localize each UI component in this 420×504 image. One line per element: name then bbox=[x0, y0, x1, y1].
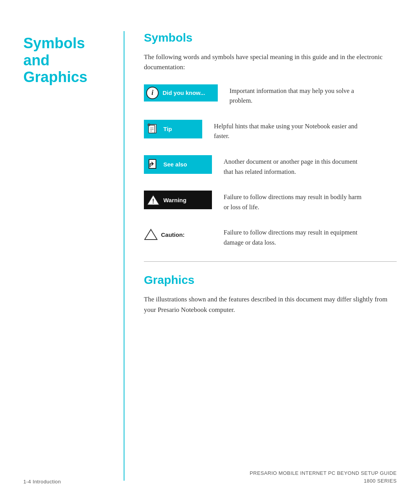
symbols-section-title: Symbols bbox=[144, 31, 397, 44]
graphics-intro-text: The illustrations shown and the features… bbox=[144, 294, 397, 315]
tip-icon bbox=[146, 122, 160, 136]
symbol-badge-caution: Caution: bbox=[144, 226, 212, 243]
badge-didyouknow-label: Did you know... bbox=[163, 89, 205, 96]
symbol-badge-tip: Tip bbox=[144, 120, 202, 138]
symbol-row-seealso: See also Another document or another pag… bbox=[144, 155, 397, 177]
badge-warning: ! Warning bbox=[144, 191, 212, 209]
symbol-description-caution: Failure to follow directions may result … bbox=[224, 226, 368, 247]
badge-didyouknow: i Did you know... bbox=[144, 84, 218, 102]
badge-seealso: See also bbox=[144, 155, 212, 174]
symbol-badge-warning: ! Warning bbox=[144, 191, 212, 209]
svg-point-2 bbox=[148, 124, 150, 126]
symbol-description-tip: Helpful hints that make using your Noteb… bbox=[214, 120, 358, 141]
sidebar-title: Symbols and Graphics bbox=[23, 35, 112, 86]
symbols-intro-text: The following words and symbols have spe… bbox=[144, 52, 397, 73]
graphics-section-title: Graphics bbox=[144, 273, 397, 287]
badge-caution: Caution: bbox=[144, 226, 212, 243]
sidebar-title-line2: Graphics bbox=[23, 69, 88, 85]
footer-left: 1-4 Introduction bbox=[23, 479, 61, 485]
symbol-badge-seealso: See also bbox=[144, 155, 212, 174]
section-divider bbox=[144, 261, 397, 262]
symbol-row-warning: ! Warning Failure to follow directions m… bbox=[144, 191, 397, 212]
symbol-row-didyouknow: i Did you know... Important information … bbox=[144, 84, 397, 106]
badge-warning-label: Warning bbox=[163, 197, 186, 203]
svg-rect-1 bbox=[149, 125, 155, 133]
badge-tip: Tip bbox=[144, 120, 202, 138]
sidebar-title-line1: Symbols and bbox=[23, 35, 85, 68]
sidebar: Symbols and Graphics bbox=[23, 31, 124, 481]
symbol-badge-didyouknow: i Did you know... bbox=[144, 84, 218, 102]
info-icon: i bbox=[146, 87, 159, 99]
symbol-description-seealso: Another document or another page in this… bbox=[224, 155, 368, 177]
badge-seealso-label: See also bbox=[163, 161, 187, 168]
page-container: Symbols and Graphics Symbols The followi… bbox=[0, 0, 420, 504]
seealso-icon bbox=[146, 158, 160, 172]
svg-text:!: ! bbox=[152, 198, 154, 205]
badge-caution-label: Caution: bbox=[161, 231, 185, 238]
main-content: Symbols The following words and symbols … bbox=[124, 31, 397, 481]
symbol-row-caution: Caution: Failure to follow directions ma… bbox=[144, 226, 397, 247]
footer-right: Presario Mobile Internet PC Beyond Setup… bbox=[250, 469, 397, 485]
footer: 1-4 Introduction Presario Mobile Interne… bbox=[23, 469, 397, 485]
symbol-row-tip: Tip Helpful hints that make using your N… bbox=[144, 120, 397, 141]
badge-tip-label: Tip bbox=[163, 126, 172, 132]
caution-icon bbox=[144, 228, 158, 242]
footer-right-line2: 1800 Series bbox=[250, 477, 397, 485]
warning-icon: ! bbox=[146, 193, 160, 207]
symbol-description-didyouknow: Important information that may help you … bbox=[229, 84, 373, 106]
svg-marker-9 bbox=[145, 229, 157, 240]
symbol-description-warning: Failure to follow directions may result … bbox=[224, 191, 368, 212]
footer-right-line1: Presario Mobile Internet PC Beyond Setup… bbox=[250, 469, 397, 477]
